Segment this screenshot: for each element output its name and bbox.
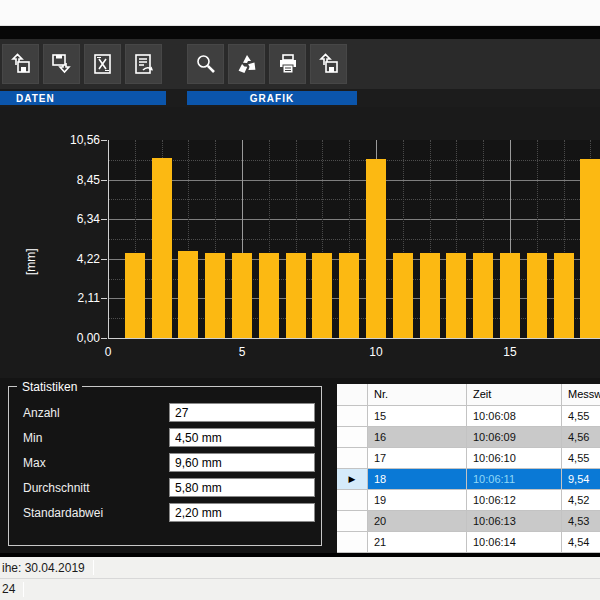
stat-row-anzahl: Anzahl [9, 403, 321, 423]
x-tick-label: 10 [369, 345, 382, 359]
table-cell-selector[interactable] [337, 532, 368, 553]
table-cell-messwert[interactable]: 4,53 [562, 511, 600, 532]
stat-value-input[interactable] [169, 403, 315, 422]
save-data-button[interactable] [43, 44, 80, 84]
table-row[interactable]: 1610:06:094,56 [337, 427, 600, 448]
status-count-text: 24 [2, 582, 15, 596]
table-cell-selector[interactable] [337, 511, 368, 532]
statistics-groupbox: Statistiken AnzahlMinMaxDurchschnittStan… [8, 386, 322, 546]
table-cell-messwert[interactable]: 4,56 [562, 427, 600, 448]
status-separator [23, 582, 24, 597]
table-cell-zeit[interactable]: 10:06:12 [467, 490, 562, 511]
table-cell-selector[interactable]: ▶ [337, 469, 368, 490]
y-tick-mark [101, 140, 107, 141]
table-cell-selector[interactable] [337, 490, 368, 511]
table-cell-zeit[interactable]: 10:06:13 [467, 511, 562, 532]
stat-value-input[interactable] [169, 503, 315, 522]
table-cell-selector[interactable] [337, 448, 368, 469]
table-header-selector[interactable] [337, 384, 368, 406]
print-button[interactable] [269, 44, 306, 84]
table-cell-nr[interactable]: 15 [368, 406, 467, 427]
chart-bar [500, 253, 520, 338]
h-minor-gridline [108, 239, 600, 240]
table-cell-nr[interactable]: 20 [368, 511, 467, 532]
status-line-date: ihe: 30.04.2019 [0, 557, 600, 578]
table-header-row: Nr.ZeitMessw [337, 384, 600, 406]
stat-label: Min [23, 431, 42, 445]
statistics-title: Statistiken [17, 380, 82, 394]
y-tick-mark [101, 298, 107, 299]
y-tick-label: 2,11 [38, 291, 100, 305]
h-minor-gridline [108, 160, 600, 161]
table-cell-selector[interactable] [337, 406, 368, 427]
stat-row-max: Max [9, 453, 321, 473]
table-cell-nr[interactable]: 18 [368, 469, 467, 490]
stat-label: Durchschnitt [23, 481, 90, 495]
chart-bar [152, 158, 172, 338]
table-cell-messwert[interactable]: 9,54 [562, 469, 600, 490]
table-cell-messwert[interactable]: 4,54 [562, 532, 600, 553]
window-divider-bar [0, 26, 600, 39]
status-line-count: 24 [0, 578, 600, 599]
table-cell-zeit[interactable]: 10:06:11 [467, 469, 562, 490]
table-cell-nr[interactable]: 16 [368, 427, 467, 448]
chart-bar [205, 253, 225, 339]
stat-value-input[interactable] [169, 478, 315, 497]
stat-row-durchschnitt: Durchschnitt [9, 478, 321, 498]
table-header-messwert[interactable]: Messw [562, 384, 600, 406]
table-row[interactable]: 2010:06:134,53 [337, 511, 600, 532]
x-axis-line [108, 338, 600, 339]
table-cell-messwert[interactable]: 4,52 [562, 490, 600, 511]
save-image-icon [317, 52, 341, 76]
table-cell-messwert[interactable]: 4,55 [562, 406, 600, 427]
stat-label: Max [23, 456, 46, 470]
save-image-button[interactable] [310, 44, 347, 84]
export-report-button[interactable] [125, 44, 162, 84]
table-row[interactable]: 1510:06:084,55 [337, 406, 600, 427]
chart-bar [232, 253, 252, 338]
chart-bar [339, 253, 359, 338]
tab-grafik[interactable]: GRAFIK [187, 91, 357, 105]
save-data-icon [50, 52, 74, 76]
y-axis-line [108, 140, 109, 339]
zoom-icon [194, 52, 218, 76]
tab-daten[interactable]: DATEN [0, 91, 166, 105]
table-cell-messwert[interactable]: 4,55 [562, 448, 600, 469]
table-header-zeit[interactable]: Zeit [467, 384, 562, 406]
status-bar: ihe: 30.04.2019 24 [0, 557, 600, 600]
stat-row-min: Min [9, 428, 321, 448]
stat-value-input[interactable] [169, 453, 315, 472]
export-excel-button[interactable] [84, 44, 121, 84]
stat-row-standardabwei: Standardabwei [9, 503, 321, 523]
bar-chart: 10,568,456,344,222,110,00051015 [mm] [0, 107, 600, 378]
table-row[interactable]: ▶1810:06:119,54 [337, 469, 600, 490]
table-cell-nr[interactable]: 21 [368, 532, 467, 553]
stat-value-input[interactable] [169, 428, 315, 447]
chart-bar [178, 251, 198, 338]
x-tick-label: 5 [239, 345, 246, 359]
y-tick-label: 6,34 [38, 212, 100, 226]
chart-bar [446, 253, 466, 338]
x-tick-label: 0 [105, 345, 112, 359]
table-row[interactable]: 1910:06:124,52 [337, 490, 600, 511]
table-cell-nr[interactable]: 17 [368, 448, 467, 469]
load-data-button[interactable] [2, 44, 39, 84]
table-cell-zeit[interactable]: 10:06:09 [467, 427, 562, 448]
zoom-button[interactable] [187, 44, 224, 84]
table-cell-selector[interactable] [337, 427, 368, 448]
table-cell-nr[interactable]: 19 [368, 490, 467, 511]
load-data-icon [9, 52, 33, 76]
table-cell-zeit[interactable]: 10:06:14 [467, 532, 562, 553]
status-separator [93, 560, 94, 575]
y-tick-mark [101, 180, 107, 181]
refresh-button[interactable] [228, 44, 265, 84]
measurement-table[interactable]: Nr.ZeitMessw1510:06:084,551610:06:094,56… [337, 384, 600, 553]
refresh-icon [235, 52, 259, 76]
table-header-nr[interactable]: Nr. [368, 384, 467, 406]
table-cell-zeit[interactable]: 10:06:08 [467, 406, 562, 427]
table-row[interactable]: 2110:06:144,54 [337, 532, 600, 553]
table-cell-zeit[interactable]: 10:06:10 [467, 448, 562, 469]
chart-bar [259, 253, 279, 339]
table-row[interactable]: 1710:06:104,55 [337, 448, 600, 469]
x-tick-label: 15 [503, 345, 516, 359]
